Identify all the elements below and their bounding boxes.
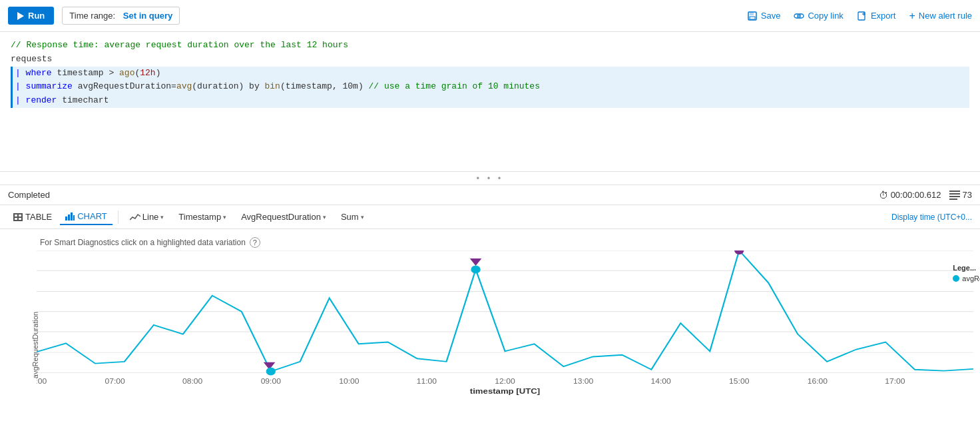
svg-text:16:00: 16:00 bbox=[808, 378, 828, 385]
svg-text:timestamp [UTC]: timestamp [UTC] bbox=[470, 387, 540, 396]
run-label: Run bbox=[28, 11, 45, 21]
svg-text:15:00: 15:00 bbox=[729, 378, 749, 385]
code-line-4: | summarize avgRequestDuration=avg(durat… bbox=[11, 80, 969, 94]
line-chart-svg[interactable]: 0 100k 200k 300k 400k 500k 600k bbox=[37, 250, 973, 397]
toolbar-divider-1 bbox=[118, 211, 119, 224]
export-label: Export bbox=[871, 11, 896, 21]
new-alert-label: New alert rule bbox=[919, 11, 972, 21]
avg-request-caret: ▾ bbox=[323, 214, 326, 221]
bottom-section: Completed ⏱ 00:00:00.612 73 TABLE CHART bbox=[0, 185, 980, 445]
resize-dots: • • • bbox=[477, 173, 504, 183]
copy-link-icon bbox=[794, 11, 804, 21]
execution-time: 00:00:00.612 bbox=[891, 190, 941, 200]
table-icon bbox=[13, 213, 23, 221]
toolbar: Run Time range: Set in query Save Copy l… bbox=[0, 0, 980, 32]
svg-rect-17 bbox=[68, 215, 70, 221]
svg-rect-14 bbox=[17, 213, 19, 221]
svg-text:11:00: 11:00 bbox=[417, 378, 437, 385]
avg-request-option[interactable]: AvgRequestDuration ▾ bbox=[235, 209, 332, 225]
play-icon bbox=[17, 12, 24, 20]
line-option[interactable]: Line ▾ bbox=[124, 209, 170, 225]
status-time: ⏱ 00:00:00.612 bbox=[879, 190, 941, 201]
chart-svg-container: 0 100k 200k 300k 400k 500k 600k bbox=[37, 250, 973, 440]
time-range-button[interactable]: Time range: Set in query bbox=[62, 7, 180, 25]
svg-text:10:00: 10:00 bbox=[339, 378, 359, 385]
legend-color-dot bbox=[953, 275, 959, 282]
code-line-3: | where timestamp > ago(12h) bbox=[11, 67, 969, 81]
new-alert-action[interactable]: + New alert rule bbox=[909, 10, 972, 22]
status-bar: Completed ⏱ 00:00:00.612 73 bbox=[0, 185, 980, 205]
resize-handle[interactable]: • • • bbox=[0, 172, 980, 185]
time-range-prefix: Time range: bbox=[69, 11, 115, 21]
svg-rect-8 bbox=[949, 196, 960, 197]
chart-label: CHART bbox=[77, 211, 107, 221]
svg-rect-6 bbox=[949, 191, 960, 192]
svg-rect-18 bbox=[71, 213, 73, 221]
svg-text:06:00: 06:00 bbox=[37, 378, 47, 385]
code-editor[interactable]: // Response time: average request durati… bbox=[0, 32, 980, 172]
timestamp-option[interactable]: Timestamp ▾ bbox=[172, 209, 232, 225]
svg-text:09:00: 09:00 bbox=[261, 378, 281, 385]
svg-rect-1 bbox=[750, 12, 754, 15]
toolbar-actions: Save Copy link Export + New alert rule bbox=[747, 10, 972, 22]
copy-link-label: Copy link bbox=[808, 11, 843, 21]
help-icon[interactable]: ? bbox=[250, 237, 260, 248]
legend-item: avgRequestDura... bbox=[953, 274, 980, 282]
sum-caret: ▾ bbox=[361, 214, 364, 221]
svg-rect-9 bbox=[949, 199, 957, 200]
chart-area: For Smart Diagnostics click on a highlig… bbox=[0, 229, 980, 445]
avg-request-label: AvgRequestDuration bbox=[241, 212, 321, 222]
data-point-low bbox=[266, 368, 275, 375]
status-completed: Completed bbox=[8, 190, 50, 200]
code-line-2: requests bbox=[11, 53, 969, 67]
export-action[interactable]: Export bbox=[857, 11, 896, 21]
data-point-high1 bbox=[471, 266, 480, 273]
copy-link-action[interactable]: Copy link bbox=[794, 11, 843, 21]
timestamp-caret: ▾ bbox=[223, 214, 226, 221]
svg-text:13:00: 13:00 bbox=[573, 378, 593, 385]
svg-rect-13 bbox=[13, 213, 15, 221]
line-caret: ▾ bbox=[160, 214, 164, 221]
legend-title: Lege... bbox=[953, 264, 980, 272]
row-count: 73 bbox=[963, 190, 972, 200]
rows-icon bbox=[949, 191, 960, 200]
sum-label: Sum bbox=[341, 212, 359, 222]
save-icon bbox=[747, 11, 758, 21]
status-count: 73 bbox=[949, 190, 972, 200]
chart-toolbar: TABLE CHART Line ▾ Timestamp ▾ AvgReques… bbox=[0, 205, 980, 229]
display-time[interactable]: Display time (UTC+0... bbox=[891, 213, 972, 222]
svg-text:14:00: 14:00 bbox=[651, 378, 671, 385]
save-label: Save bbox=[761, 11, 781, 21]
svg-text:07:00: 07:00 bbox=[105, 378, 124, 385]
chart-icon bbox=[65, 213, 75, 221]
plus-icon: + bbox=[909, 10, 915, 22]
svg-text:12:00: 12:00 bbox=[495, 378, 515, 385]
clock-icon: ⏱ bbox=[879, 190, 888, 201]
export-icon bbox=[857, 11, 867, 21]
legend-item-label: avgRequestDura... bbox=[962, 274, 980, 282]
anomaly-marker-high1 bbox=[470, 258, 482, 266]
line-label: Line bbox=[142, 212, 159, 222]
table-view-button[interactable]: TABLE bbox=[8, 209, 57, 224]
svg-text:08:00: 08:00 bbox=[182, 378, 202, 385]
legend: Lege... avgRequestDura... bbox=[953, 264, 980, 282]
code-line-5: | render timechart bbox=[11, 94, 969, 108]
smart-diagnostics-bar: For Smart Diagnostics click on a highlig… bbox=[0, 234, 980, 250]
code-line-1: // Response time: average request durati… bbox=[11, 39, 969, 53]
table-label: TABLE bbox=[25, 212, 52, 222]
svg-rect-2 bbox=[750, 17, 755, 19]
time-range-value: Set in query bbox=[123, 11, 172, 21]
main-content: // Response time: average request durati… bbox=[0, 32, 980, 445]
smart-diagnostics-text: For Smart Diagnostics click on a highlig… bbox=[40, 238, 246, 247]
run-button[interactable]: Run bbox=[8, 7, 54, 25]
sum-option[interactable]: Sum ▾ bbox=[335, 209, 370, 225]
line-chart-icon bbox=[130, 213, 140, 221]
save-action[interactable]: Save bbox=[747, 11, 781, 21]
svg-rect-15 bbox=[21, 213, 23, 221]
chart-view-button[interactable]: CHART bbox=[60, 209, 113, 225]
svg-text:17:00: 17:00 bbox=[885, 378, 905, 385]
svg-rect-16 bbox=[65, 217, 67, 221]
svg-rect-19 bbox=[73, 215, 75, 221]
timestamp-label: Timestamp bbox=[178, 212, 221, 222]
svg-rect-7 bbox=[949, 193, 960, 195]
